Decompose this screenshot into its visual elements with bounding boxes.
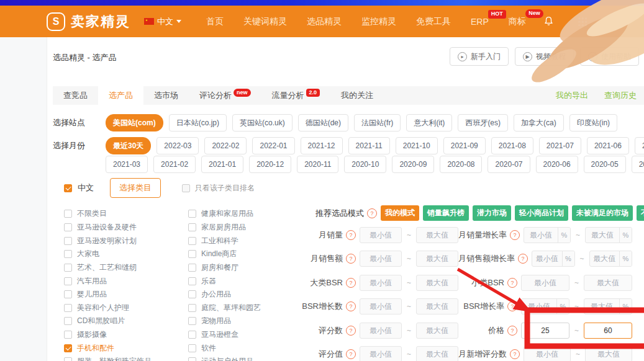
max-input-box[interactable]: % [584, 298, 632, 314]
min-input-box[interactable] [360, 227, 402, 243]
site-option-8[interactable]: 印度站(in) [569, 114, 617, 131]
month-option-2020-10[interactable]: 2020-10 [344, 156, 386, 173]
site-option-7[interactable]: 加拿大(ca) [514, 114, 564, 131]
min-input-评分值[interactable] [360, 347, 401, 361]
min-input-box[interactable]: % [524, 227, 571, 243]
month-option-2020-11[interactable]: 2020-11 [297, 156, 338, 173]
category-checkbox[interactable] [188, 237, 196, 245]
help-button-2[interactable]: ?使用帮助 [580, 47, 639, 66]
category-checkbox[interactable] [64, 237, 72, 245]
min-input-box[interactable] [524, 346, 571, 361]
category-checkbox[interactable] [64, 344, 72, 352]
category-checkbox[interactable] [188, 223, 196, 231]
category-checkbox[interactable] [188, 264, 196, 272]
max-input-价格[interactable] [584, 323, 632, 338]
month-option-2021-11[interactable]: 2021-11 [348, 137, 390, 154]
category-item[interactable]: 庭院、草坪和园艺 [188, 301, 261, 314]
month-option-2021-12[interactable]: 2021-12 [301, 137, 343, 154]
month-option-2020-09[interactable]: 2020-09 [392, 156, 434, 173]
month-option-2020-05[interactable]: 2020-05 [584, 156, 626, 173]
min-input-box[interactable] [521, 323, 569, 339]
max-input-评分数[interactable] [417, 323, 458, 338]
question-icon[interactable] [346, 301, 356, 311]
max-input-box[interactable] [585, 346, 632, 361]
max-input-月销售额[interactable] [417, 251, 458, 266]
category-item[interactable]: 工业和科学 [188, 234, 261, 247]
question-icon[interactable] [507, 301, 517, 311]
month-option-2021-02[interactable]: 2021-02 [153, 156, 196, 173]
category-checkbox[interactable] [64, 331, 72, 339]
min-input-大类BSR[interactable] [360, 275, 401, 290]
mode-button-active[interactable]: 我的模式 [381, 205, 419, 221]
question-icon[interactable] [510, 349, 520, 359]
category-checkbox[interactable] [188, 277, 196, 285]
min-input-月销售额增长率[interactable] [532, 251, 561, 266]
nav-item-0[interactable]: 首页 [206, 16, 224, 27]
category-item[interactable]: 服装、鞋靴和珠宝饰品 [64, 355, 152, 361]
site-option-5[interactable]: 意大利(it) [406, 114, 452, 131]
category-item[interactable]: 办公用品 [188, 288, 261, 301]
site-option-4[interactable]: 法国站(fr) [354, 114, 401, 131]
min-input-BSR增长率[interactable] [522, 299, 556, 314]
tab-3[interactable]: 评论分析new [189, 86, 261, 105]
month-option-2021-05[interactable]: 2021-05 [635, 137, 644, 154]
category-item[interactable]: Kindle商店 [188, 247, 261, 261]
bell-icon[interactable] [543, 16, 554, 27]
min-input-月销售额[interactable] [360, 251, 401, 266]
min-input-box[interactable] [360, 275, 402, 291]
month-option-2022-03[interactable]: 2022-03 [156, 137, 199, 154]
tab-1[interactable]: 选产品 [98, 86, 143, 105]
site-option-3[interactable]: 德国站(de) [298, 114, 348, 131]
min-input-小类BSR[interactable] [522, 275, 569, 290]
category-checkbox[interactable] [64, 357, 72, 361]
category-checkbox[interactable] [188, 304, 196, 312]
help-button-1[interactable]: ▶视频教程 [515, 47, 574, 66]
min-input-box[interactable]: % [532, 251, 574, 267]
max-input-评分值[interactable] [417, 347, 458, 361]
question-icon[interactable] [346, 230, 356, 240]
month-option-2021-03[interactable]: 2021-03 [106, 156, 148, 173]
site-option-0[interactable]: 美国站(com) [106, 114, 163, 131]
category-item[interactable]: 大家电 [64, 247, 152, 261]
site-option-6[interactable]: 西班牙(es) [458, 114, 508, 131]
min-input-box[interactable] [360, 346, 402, 361]
nav-item-2[interactable]: 选品精灵 [307, 16, 342, 27]
category-item[interactable]: 美容和个人护理 [64, 301, 152, 314]
question-icon[interactable] [367, 208, 377, 218]
category-item[interactable]: 手机和配件 [64, 341, 152, 355]
question-icon[interactable] [346, 349, 356, 359]
max-input-box[interactable] [416, 275, 458, 291]
category-item[interactable]: 软件 [188, 341, 261, 355]
max-input-小类BSR[interactable] [584, 275, 632, 290]
category-checkbox[interactable] [64, 290, 72, 298]
tab-2[interactable]: 选市场 [143, 86, 189, 105]
min-input-box[interactable]: % [521, 298, 569, 314]
category-item[interactable]: 乐器 [188, 274, 261, 288]
min-input-box[interactable] [360, 298, 402, 314]
category-checkbox[interactable] [188, 331, 196, 339]
language-switcher[interactable]: 中文 [144, 16, 181, 27]
min-input-BSR增长数[interactable] [360, 299, 401, 314]
help-button-0[interactable]: ▸新手入门 [450, 47, 509, 66]
mode-button-4[interactable]: 不压库存的市场 [637, 205, 644, 221]
question-icon[interactable] [346, 278, 356, 288]
question-icon[interactable] [346, 254, 356, 264]
category-item[interactable]: 厨房和餐厅 [188, 261, 261, 275]
min-input-月新增评分数[interactable] [524, 347, 570, 361]
apps-grid-icon[interactable] [578, 17, 587, 26]
month-option-2021-01[interactable]: 2021-01 [201, 156, 243, 173]
category-item[interactable]: CD和黑胶唱片 [64, 314, 152, 328]
category-item[interactable]: 亚马逊设备及硬件 [64, 221, 152, 234]
max-input-月销量增长率[interactable] [586, 228, 619, 243]
max-input-大类BSR[interactable] [417, 275, 458, 290]
question-icon[interactable] [507, 278, 517, 288]
category-item[interactable]: 健康和家居用品 [188, 207, 261, 221]
max-input-box[interactable] [416, 298, 458, 314]
month-option-2022-02[interactable]: 2022-02 [204, 137, 247, 154]
tab-link-0[interactable]: 我的导出 [556, 90, 588, 101]
month-option-2021-06[interactable]: 2021-06 [587, 137, 629, 154]
max-input-box[interactable] [416, 323, 458, 339]
month-option-2020-12[interactable]: 2020-12 [249, 156, 291, 173]
category-checkbox[interactable] [188, 250, 196, 258]
min-input-box[interactable] [360, 251, 402, 267]
